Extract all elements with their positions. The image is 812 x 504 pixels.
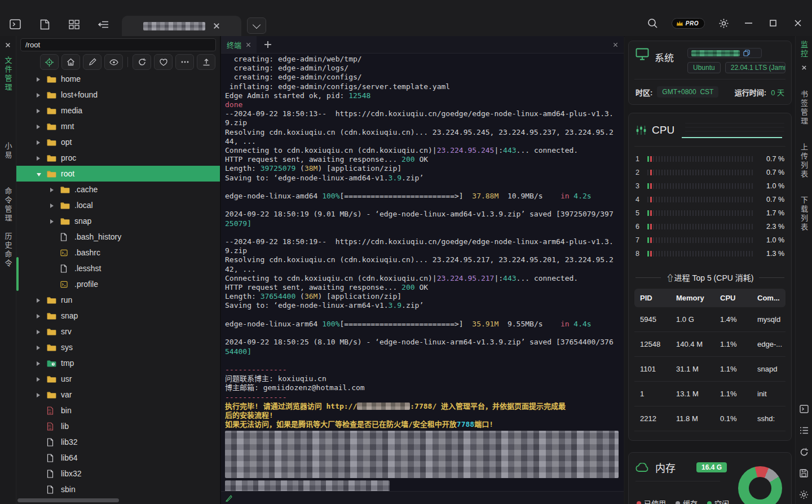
chevron-collapsed-icon[interactable]: [37, 343, 43, 352]
process-row[interactable]: 221211.8 M0.1%sshd:: [634, 406, 785, 431]
chevron-collapsed-icon[interactable]: [50, 216, 57, 226]
chevron-collapsed-icon[interactable]: [37, 153, 43, 162]
tree-item-srv[interactable]: srv: [16, 324, 220, 339]
layout-grid-icon[interactable]: [68, 18, 80, 30]
bookmark-manager-tab[interactable]: 书签管理: [798, 90, 809, 126]
tree-item-proc[interactable]: proc: [16, 150, 220, 166]
sidebar-tab-file-manager[interactable]: 文件管理: [3, 56, 14, 92]
tree-item-opt[interactable]: opt: [16, 134, 220, 150]
search-icon[interactable]: [647, 17, 659, 29]
close-button[interactable]: [792, 17, 804, 29]
process-row[interactable]: 12548140.4 M1.1%edge-...: [634, 332, 785, 357]
new-file-icon[interactable]: [38, 18, 51, 30]
tree-item-lib32[interactable]: lib32: [16, 434, 220, 450]
locate-button[interactable]: [40, 54, 59, 70]
pen-icon[interactable]: [226, 494, 233, 502]
upload-list-tab[interactable]: 上传列表: [798, 143, 809, 179]
tree-item--bash-history[interactable]: .bash_history: [16, 229, 220, 245]
terminal-tab-close-icon[interactable]: [246, 42, 251, 47]
process-column-header[interactable]: Com...: [757, 294, 795, 302]
tree-item-sys[interactable]: sys: [16, 339, 220, 355]
monitor-tab[interactable]: 监控: [798, 41, 809, 59]
chevron-collapsed-icon[interactable]: [37, 90, 43, 99]
path-input[interactable]: [20, 38, 216, 51]
process-row[interactable]: 110131.1 M1.1%snapd: [634, 357, 785, 382]
copy-icon[interactable]: [743, 50, 750, 56]
save-floppy-icon[interactable]: [799, 468, 809, 478]
chevron-collapsed-icon[interactable]: [37, 374, 43, 383]
minimize-button[interactable]: [742, 17, 754, 29]
process-row[interactable]: 59451.0 G1.4%mysqld: [634, 307, 785, 332]
tree-item-lost-found[interactable]: lost+found: [16, 87, 220, 103]
session-tab-close-icon[interactable]: [213, 23, 220, 29]
settings-gear-icon[interactable]: [717, 17, 730, 29]
tree-item-lib[interactable]: 0110lib: [16, 418, 220, 434]
tree-item--bashrc[interactable]: .bashrc: [16, 245, 220, 260]
pro-badge[interactable]: PRO: [672, 18, 705, 29]
tree-item--local[interactable]: .local: [16, 197, 220, 213]
new-terminal-tab-button[interactable]: [264, 41, 271, 48]
chevron-collapsed-icon[interactable]: [37, 311, 43, 320]
horizontal-scrollbar-thumb[interactable]: [17, 498, 119, 502]
more-options-button[interactable]: [175, 54, 194, 70]
tree-item-media[interactable]: media: [16, 103, 220, 118]
chevron-expanded-icon[interactable]: [37, 169, 43, 178]
gear-icon[interactable]: [799, 490, 809, 499]
tree-scrollbar-thumb[interactable]: [16, 257, 19, 291]
favorite-heart-button[interactable]: [154, 54, 173, 70]
terminal-panel-close-icon[interactable]: [613, 42, 618, 47]
tree-item-home[interactable]: home: [16, 71, 220, 87]
hostname-pill[interactable]: [687, 48, 762, 58]
chevron-collapsed-icon[interactable]: [37, 74, 43, 83]
tree-item-snap[interactable]: snap: [16, 308, 220, 324]
process-column-header[interactable]: Memory: [676, 294, 718, 302]
sidebar-tab-xiaoyi[interactable]: 小易: [3, 142, 14, 160]
process-column-header[interactable]: PID: [640, 294, 674, 302]
tree-item-var[interactable]: var: [16, 387, 220, 403]
eye-button[interactable]: [104, 54, 123, 70]
chevron-collapsed-icon[interactable]: [37, 295, 43, 304]
list-icon[interactable]: [799, 426, 809, 435]
edit-pencil-button[interactable]: [83, 54, 102, 70]
tree-item-lib64[interactable]: lib64: [16, 450, 220, 466]
upload-button[interactable]: [197, 54, 215, 70]
tree-item--lesshst[interactable]: .lesshst: [16, 260, 220, 276]
process-row[interactable]: 113.1 M1.1%init: [634, 382, 785, 406]
tree-item-mnt[interactable]: mnt: [16, 118, 220, 134]
tree-item-sbin[interactable]: sbin: [16, 481, 220, 496]
session-tab[interactable]: [122, 16, 241, 36]
refresh-button[interactable]: [133, 54, 151, 70]
chevron-collapsed-icon[interactable]: [37, 122, 43, 131]
chevron-collapsed-icon[interactable]: [50, 201, 57, 210]
chevron-collapsed-icon[interactable]: [37, 106, 43, 115]
home-button[interactable]: [61, 54, 80, 70]
terminal-tab[interactable]: 终端: [221, 36, 257, 53]
download-list-tab[interactable]: 下载列表: [798, 196, 809, 232]
chevron-collapsed-icon[interactable]: [37, 327, 43, 336]
sidebar-tab-command-history[interactable]: 历史命令: [3, 232, 14, 268]
tree-item-snap[interactable]: snap: [16, 213, 220, 229]
tree-item--cache[interactable]: .cache: [16, 182, 220, 197]
sidebar-tab-command-manager[interactable]: 命令管理: [3, 187, 14, 223]
terminal-icon[interactable]: [9, 18, 21, 30]
refresh-icon[interactable]: [799, 447, 809, 457]
tree-item--profile[interactable]: .profile: [16, 276, 220, 292]
chevron-collapsed-icon[interactable]: [50, 185, 57, 194]
terminal-small-icon[interactable]: [799, 404, 809, 414]
tree-item-bin[interactable]: 0110bin: [16, 403, 220, 418]
chevron-collapsed-icon[interactable]: [37, 138, 43, 147]
left-panel-close-icon[interactable]: [5, 42, 11, 48]
process-column-header[interactable]: CPU: [720, 294, 755, 302]
monitor-panel-close-icon[interactable]: [801, 65, 806, 70]
tree-item-libx32[interactable]: libx32: [16, 466, 220, 481]
tree-branch-icon[interactable]: [97, 18, 109, 30]
tree-item-run[interactable]: run: [16, 292, 220, 308]
tab-dropdown-button[interactable]: [247, 17, 266, 34]
tree-item-usr[interactable]: usr: [16, 371, 220, 387]
chevron-collapsed-icon[interactable]: [37, 390, 43, 399]
tree-item-tmp[interactable]: tmp: [16, 355, 220, 371]
terminal-output[interactable]: creating: edge-admin/web/tmp/ creating: …: [221, 53, 624, 492]
maximize-button[interactable]: [767, 17, 779, 29]
chevron-collapsed-icon[interactable]: [37, 359, 43, 368]
tree-item-root[interactable]: root: [16, 166, 220, 182]
